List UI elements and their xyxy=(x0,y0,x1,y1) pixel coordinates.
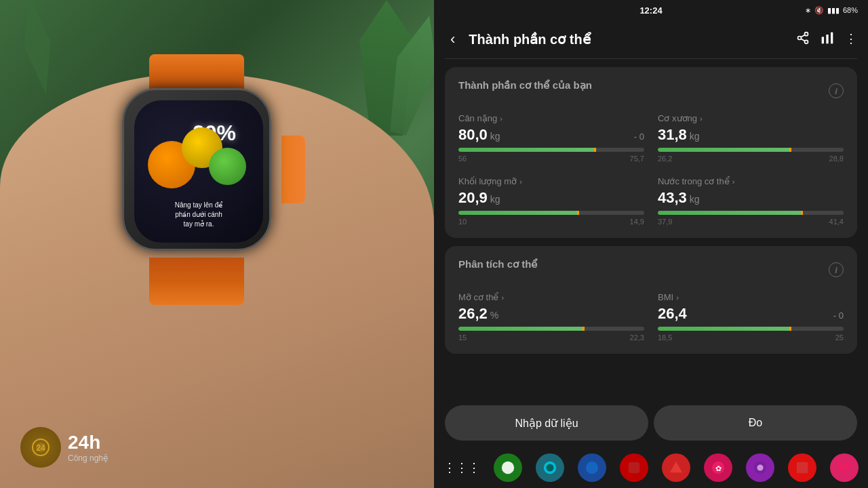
nav-icon-5[interactable] xyxy=(662,453,690,482)
fat-labels: 10 14,9 xyxy=(458,218,644,226)
card1-info-icon[interactable]: i xyxy=(829,83,844,98)
svg-marker-15 xyxy=(670,462,682,473)
svg-text:24: 24 xyxy=(36,443,45,453)
skeletal-muscle-metric: Cơ xương › 31,8kg 26,2 xyxy=(658,113,844,163)
fat-pct-value: 26,2% xyxy=(458,305,498,323)
fat-label: Khối lượng mỡ › xyxy=(458,176,644,186)
more-icon[interactable]: ⋮ xyxy=(845,31,857,48)
photo-background: 20% Nâng tay lên đểphần dưới cánhtay mở … xyxy=(0,0,434,488)
nav-icon-2[interactable] xyxy=(536,453,564,482)
weight-delta: - 0 xyxy=(634,131,644,142)
svg-point-2 xyxy=(805,32,808,35)
bmi-labels: 18,5 25 xyxy=(658,333,844,342)
nav-dots[interactable]: ⋮⋮⋮ xyxy=(443,460,480,475)
weight-marker xyxy=(594,148,596,152)
card1-header: Thành phần cơ thể của bạn i xyxy=(458,79,844,102)
bmi-delta: - 0 xyxy=(833,310,844,321)
back-button[interactable]: ‹ xyxy=(445,28,460,51)
weight-metric: Cân nặng › 80,0kg - 0 xyxy=(458,113,644,163)
water-value-row: 43,3kg xyxy=(658,189,844,207)
skeletal-fill xyxy=(658,148,791,152)
fat-arrow[interactable]: › xyxy=(519,178,522,186)
app-header: ‹ Thành phần cơ thể ⋮ xyxy=(434,20,868,58)
left-panel: 20% Nâng tay lên đểphần dưới cánhtay mở … xyxy=(0,0,434,488)
fat-value: 20,9kg xyxy=(458,189,500,207)
watch-band-side xyxy=(281,136,305,203)
nav-icon-4[interactable] xyxy=(620,453,648,482)
body-fat-pct-metric: Mỡ cơ thể › 26,2% 15 xyxy=(458,292,644,342)
chart-icon[interactable] xyxy=(821,31,834,48)
card2-info-icon[interactable]: i xyxy=(829,262,844,277)
nav-icon-1[interactable] xyxy=(494,453,522,482)
nav-icon-8[interactable] xyxy=(788,453,816,482)
volume-icon: 🔇 xyxy=(814,6,824,15)
fat-pct-fill xyxy=(458,327,585,331)
svg-point-4 xyxy=(805,40,808,43)
svg-rect-14 xyxy=(629,462,640,474)
measure-button[interactable]: Đo xyxy=(654,405,857,441)
skeletal-label: Cơ xương › xyxy=(658,113,844,123)
body-analysis-card: Phân tích cơ thể i Mỡ cơ thể › 26,2% xyxy=(445,246,857,354)
water-labels: 37,9 41,4 xyxy=(658,218,844,226)
header-icons: ⋮ xyxy=(796,31,857,48)
status-icons: ∗ 🔇 ▮▮▮ 68% xyxy=(805,6,858,15)
bmi-progress xyxy=(658,327,844,331)
nav-icon-7[interactable] xyxy=(746,453,774,482)
import-data-button[interactable]: Nhập dữ liệu xyxy=(445,405,648,441)
nav-icon-3[interactable] xyxy=(578,453,606,482)
skeletal-arrow[interactable]: › xyxy=(700,115,703,123)
fat-fill xyxy=(458,211,579,215)
svg-line-5 xyxy=(801,39,805,41)
right-panel: 12:24 ∗ 🔇 ▮▮▮ 68% ‹ Thành phần cơ thể ⋮ xyxy=(434,0,868,488)
fat-progress xyxy=(458,211,644,215)
fat-pct-value-row: 26,2% xyxy=(458,305,644,323)
skeletal-labels: 26,2 28,8 xyxy=(658,155,844,163)
svg-point-10 xyxy=(502,462,514,474)
card2-title: Phân tích cơ thể xyxy=(458,258,537,270)
svg-point-13 xyxy=(586,462,598,474)
fat-mass-metric: Khối lượng mỡ › 20,9kg 10 xyxy=(458,176,644,226)
svg-text:✿: ✿ xyxy=(715,464,722,472)
watch: 20% Nâng tay lên đểphần dưới cánhtay mở … xyxy=(108,81,285,271)
fat-value-row: 20,9kg xyxy=(458,189,644,207)
share-icon[interactable] xyxy=(796,31,810,48)
water-arrow[interactable]: › xyxy=(732,178,735,186)
body-water-metric: Nước trong cơ thể › 43,3kg 37 xyxy=(658,176,844,226)
fat-pct-label: Mỡ cơ thể › xyxy=(458,292,644,302)
skeletal-value: 31,8kg xyxy=(658,126,700,144)
svg-rect-20 xyxy=(797,462,808,474)
fruit-green xyxy=(209,148,246,185)
page-title: Thành phần cơ thể xyxy=(469,31,788,47)
weight-progress xyxy=(458,148,644,152)
skeletal-marker xyxy=(789,148,791,152)
watch-body: 20% Nâng tay lên đểphần dưới cánhtay mở … xyxy=(122,88,271,251)
nav-icon-6[interactable]: ✿ xyxy=(704,453,732,482)
fat-pct-marker xyxy=(583,327,585,331)
bmi-fill xyxy=(658,327,791,331)
app-content[interactable]: Thành phần cơ thể của bạn i Cân nặng › 8… xyxy=(434,59,868,399)
weight-value-row: 80,0kg - 0 xyxy=(458,126,644,144)
fat-marker xyxy=(577,211,579,215)
card1-title: Thành phần cơ thể của bạn xyxy=(458,79,592,92)
skeletal-progress xyxy=(658,148,844,152)
logo-container: 24 24h Công nghệ xyxy=(20,427,108,468)
fat-pct-arrow[interactable]: › xyxy=(501,293,504,302)
weight-arrow[interactable]: › xyxy=(500,115,502,123)
fat-pct-progress xyxy=(458,327,644,331)
svg-point-12 xyxy=(547,464,554,472)
bmi-arrow[interactable]: › xyxy=(676,293,679,302)
signal-icon: ▮▮▮ xyxy=(827,6,840,15)
watch-screen: 20% Nâng tay lên đểphần dưới cánhtay mở … xyxy=(134,100,263,243)
skeletal-value-row: 31,8kg xyxy=(658,126,844,144)
nav-icon-9[interactable] xyxy=(830,453,859,482)
logo-icon: 24 xyxy=(20,427,61,468)
fat-pct-labels: 15 22,3 xyxy=(458,333,644,342)
bottom-nav: ⋮⋮⋮ ✿ xyxy=(434,447,868,488)
bmi-value: 26,4 xyxy=(658,305,687,323)
body-composition-card: Thành phần cơ thể của bạn i Cân nặng › 8… xyxy=(445,67,857,238)
metrics-grid-1: Cân nặng › 80,0kg - 0 xyxy=(458,113,844,226)
water-marker xyxy=(801,211,803,215)
bluetooth-icon: ∗ xyxy=(805,6,811,15)
card2-header: Phân tích cơ thể i xyxy=(458,258,844,281)
watch-band-bottom xyxy=(149,258,244,305)
